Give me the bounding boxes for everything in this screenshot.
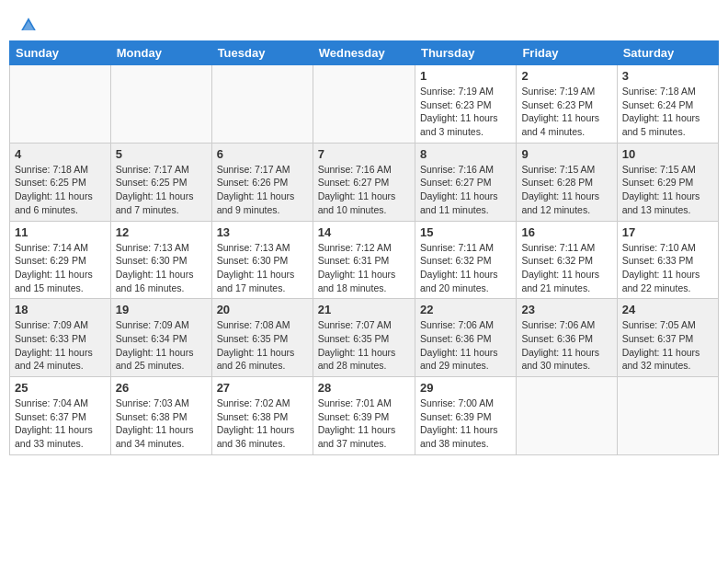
day-number: 28 — [318, 381, 410, 395]
day-cell: 14Sunrise: 7:12 AM Sunset: 6:31 PM Dayli… — [313, 221, 415, 299]
day-info: Sunrise: 7:04 AM Sunset: 6:37 PM Dayligh… — [15, 396, 106, 451]
day-number: 20 — [217, 303, 308, 316]
day-info: Sunrise: 7:09 AM Sunset: 6:33 PM Dayligh… — [15, 318, 106, 373]
day-cell: 29Sunrise: 7:00 AM Sunset: 6:39 PM Dayli… — [415, 377, 516, 455]
day-cell: 27Sunrise: 7:02 AM Sunset: 6:38 PM Dayli… — [211, 377, 313, 455]
day-cell — [10, 65, 111, 144]
day-cell: 19Sunrise: 7:09 AM Sunset: 6:34 PM Dayli… — [110, 299, 211, 377]
day-number: 17 — [622, 225, 713, 239]
day-cell: 21Sunrise: 7:07 AM Sunset: 6:35 PM Dayli… — [313, 299, 415, 377]
day-cell: 18Sunrise: 7:09 AM Sunset: 6:33 PM Dayli… — [10, 299, 111, 377]
day-cell: 17Sunrise: 7:10 AM Sunset: 6:33 PM Dayli… — [617, 221, 718, 299]
day-number: 26 — [116, 381, 207, 395]
day-cell: 26Sunrise: 7:03 AM Sunset: 6:38 PM Dayli… — [110, 377, 211, 455]
day-info: Sunrise: 7:19 AM Sunset: 6:23 PM Dayligh… — [521, 85, 611, 139]
day-number: 6 — [217, 147, 308, 161]
day-number: 15 — [420, 225, 511, 239]
day-cell — [313, 65, 415, 144]
day-info: Sunrise: 7:14 AM Sunset: 6:29 PM Dayligh… — [15, 241, 106, 295]
day-number: 5 — [116, 147, 207, 161]
day-number: 7 — [318, 147, 410, 161]
day-cell: 3Sunrise: 7:18 AM Sunset: 6:24 PM Daylig… — [617, 65, 718, 144]
day-info: Sunrise: 7:06 AM Sunset: 6:36 PM Dayligh… — [521, 318, 611, 373]
day-info: Sunrise: 7:06 AM Sunset: 6:36 PM Dayligh… — [420, 318, 511, 373]
day-number: 3 — [622, 69, 713, 83]
day-cell: 10Sunrise: 7:15 AM Sunset: 6:29 PM Dayli… — [617, 143, 718, 221]
day-info: Sunrise: 7:10 AM Sunset: 6:33 PM Dayligh… — [622, 241, 713, 295]
day-number: 10 — [622, 147, 713, 161]
day-info: Sunrise: 7:17 AM Sunset: 6:26 PM Dayligh… — [217, 163, 308, 217]
day-number: 21 — [318, 303, 410, 316]
day-number: 11 — [15, 225, 106, 239]
day-number: 25 — [15, 381, 106, 395]
day-info: Sunrise: 7:00 AM Sunset: 6:39 PM Dayligh… — [420, 396, 511, 451]
day-cell: 20Sunrise: 7:08 AM Sunset: 6:35 PM Dayli… — [211, 299, 313, 377]
day-number: 12 — [116, 225, 207, 239]
day-info: Sunrise: 7:18 AM Sunset: 6:25 PM Dayligh… — [15, 163, 106, 217]
day-cell — [211, 65, 313, 144]
col-header-tuesday: Tuesday — [211, 41, 313, 65]
day-cell: 11Sunrise: 7:14 AM Sunset: 6:29 PM Dayli… — [10, 221, 111, 299]
day-info: Sunrise: 7:18 AM Sunset: 6:24 PM Dayligh… — [622, 85, 713, 139]
header-row: SundayMondayTuesdayWednesdayThursdayFrid… — [10, 41, 719, 65]
week-row-4: 18Sunrise: 7:09 AM Sunset: 6:33 PM Dayli… — [10, 299, 719, 377]
day-info: Sunrise: 7:03 AM Sunset: 6:38 PM Dayligh… — [116, 396, 207, 451]
day-number: 29 — [420, 381, 511, 395]
day-number: 16 — [521, 225, 611, 239]
col-header-thursday: Thursday — [415, 41, 516, 65]
day-number: 18 — [15, 303, 106, 316]
day-cell: 5Sunrise: 7:17 AM Sunset: 6:25 PM Daylig… — [110, 143, 211, 221]
day-info: Sunrise: 7:01 AM Sunset: 6:39 PM Dayligh… — [318, 396, 410, 451]
week-row-2: 4Sunrise: 7:18 AM Sunset: 6:25 PM Daylig… — [10, 143, 719, 221]
week-row-5: 25Sunrise: 7:04 AM Sunset: 6:37 PM Dayli… — [10, 377, 719, 455]
day-cell: 15Sunrise: 7:11 AM Sunset: 6:32 PM Dayli… — [415, 221, 516, 299]
col-header-saturday: Saturday — [617, 41, 718, 65]
day-info: Sunrise: 7:09 AM Sunset: 6:34 PM Dayligh… — [116, 318, 207, 373]
logo — [18, 17, 40, 33]
day-info: Sunrise: 7:13 AM Sunset: 6:30 PM Dayligh… — [217, 241, 308, 295]
day-cell: 13Sunrise: 7:13 AM Sunset: 6:30 PM Dayli… — [211, 221, 313, 299]
day-number: 19 — [116, 303, 207, 316]
day-info: Sunrise: 7:15 AM Sunset: 6:29 PM Dayligh… — [622, 163, 713, 217]
col-header-monday: Monday — [110, 41, 211, 65]
day-info: Sunrise: 7:16 AM Sunset: 6:27 PM Dayligh… — [318, 163, 410, 217]
day-cell: 4Sunrise: 7:18 AM Sunset: 6:25 PM Daylig… — [10, 143, 111, 221]
day-info: Sunrise: 7:02 AM Sunset: 6:38 PM Dayligh… — [217, 396, 308, 451]
day-info: Sunrise: 7:11 AM Sunset: 6:32 PM Dayligh… — [521, 241, 611, 295]
day-info: Sunrise: 7:08 AM Sunset: 6:35 PM Dayligh… — [217, 318, 308, 373]
day-cell: 22Sunrise: 7:06 AM Sunset: 6:36 PM Dayli… — [415, 299, 516, 377]
day-cell: 28Sunrise: 7:01 AM Sunset: 6:39 PM Dayli… — [313, 377, 415, 455]
calendar-table: SundayMondayTuesdayWednesdayThursdayFrid… — [9, 40, 719, 455]
day-number: 22 — [420, 303, 511, 316]
col-header-wednesday: Wednesday — [313, 41, 415, 65]
page-header — [9, 9, 719, 37]
day-cell: 6Sunrise: 7:17 AM Sunset: 6:26 PM Daylig… — [211, 143, 313, 221]
day-cell — [110, 65, 211, 144]
day-number: 24 — [622, 303, 713, 316]
day-number: 23 — [521, 303, 611, 316]
day-info: Sunrise: 7:16 AM Sunset: 6:27 PM Dayligh… — [420, 163, 511, 217]
day-number: 2 — [521, 69, 611, 83]
day-cell: 12Sunrise: 7:13 AM Sunset: 6:30 PM Dayli… — [110, 221, 211, 299]
day-number: 4 — [15, 147, 106, 161]
week-row-1: 1Sunrise: 7:19 AM Sunset: 6:23 PM Daylig… — [10, 65, 719, 144]
day-info: Sunrise: 7:05 AM Sunset: 6:37 PM Dayligh… — [622, 318, 713, 373]
day-info: Sunrise: 7:07 AM Sunset: 6:35 PM Dayligh… — [318, 318, 410, 373]
day-number: 8 — [420, 147, 511, 161]
day-cell — [517, 377, 617, 455]
day-info: Sunrise: 7:17 AM Sunset: 6:25 PM Dayligh… — [116, 163, 207, 217]
day-number: 13 — [217, 225, 308, 239]
day-info: Sunrise: 7:19 AM Sunset: 6:23 PM Dayligh… — [420, 85, 511, 139]
day-cell: 7Sunrise: 7:16 AM Sunset: 6:27 PM Daylig… — [313, 143, 415, 221]
day-cell: 24Sunrise: 7:05 AM Sunset: 6:37 PM Dayli… — [617, 299, 718, 377]
day-info: Sunrise: 7:12 AM Sunset: 6:31 PM Dayligh… — [318, 241, 410, 295]
logo-icon — [20, 17, 37, 33]
day-cell: 16Sunrise: 7:11 AM Sunset: 6:32 PM Dayli… — [517, 221, 617, 299]
day-cell: 1Sunrise: 7:19 AM Sunset: 6:23 PM Daylig… — [415, 65, 516, 144]
day-info: Sunrise: 7:13 AM Sunset: 6:30 PM Dayligh… — [116, 241, 207, 295]
day-cell: 8Sunrise: 7:16 AM Sunset: 6:27 PM Daylig… — [415, 143, 516, 221]
day-cell — [617, 377, 718, 455]
col-header-friday: Friday — [517, 41, 617, 65]
day-cell: 23Sunrise: 7:06 AM Sunset: 6:36 PM Dayli… — [517, 299, 617, 377]
day-cell: 25Sunrise: 7:04 AM Sunset: 6:37 PM Dayli… — [10, 377, 111, 455]
